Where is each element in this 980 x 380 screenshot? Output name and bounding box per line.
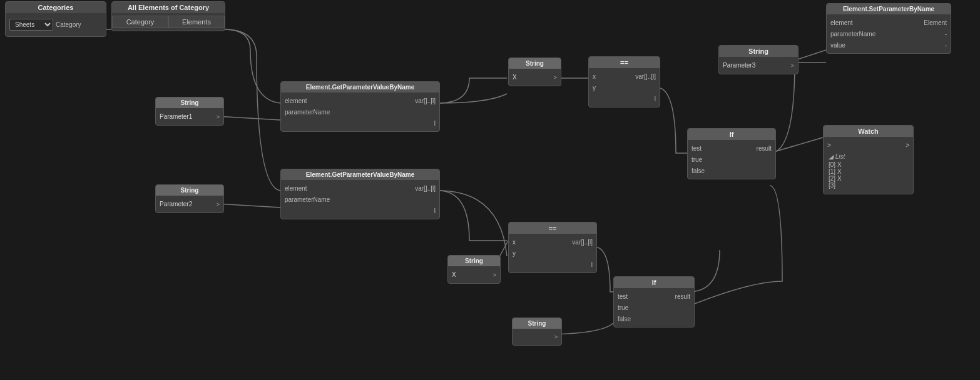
if1-result: result (757, 145, 772, 152)
if2-header: If (614, 277, 694, 288)
getparam2-paramname-label: parameterName (285, 196, 330, 203)
equals2-header: == (509, 222, 596, 234)
watch-item-0: [0] X (829, 161, 908, 168)
equals1-y: y (593, 84, 596, 91)
equals2-y: y (513, 250, 516, 257)
categories-node: Categories Sheets Category (5, 1, 106, 37)
equals1-node: == x var[]..[l] y l (588, 56, 660, 108)
string1-connector: > (217, 114, 220, 120)
watch-item-3: [3] (829, 182, 908, 189)
categories-header: Categories (6, 2, 106, 13)
string4-value: X (513, 74, 517, 81)
setparam-paramname: parameterName (830, 31, 875, 38)
setparam-header: Element.SetParameterByName (827, 4, 951, 14)
getparam1-out-label: var[]..[l] (415, 98, 436, 104)
getparam1-header: Element.GetParameterValueByName (281, 82, 439, 92)
equals1-x: x (593, 73, 596, 80)
if2-true: true (618, 304, 628, 311)
getparam2-element-label: element (285, 185, 307, 192)
getparam2-lacing: l (434, 208, 436, 214)
setparam-dash1: - (945, 31, 947, 38)
elements-col: Elements (168, 16, 225, 28)
if1-header: If (688, 129, 775, 140)
string3-connector: > (791, 62, 794, 69)
if1-true: true (692, 156, 702, 163)
setparam-element: element (830, 19, 853, 26)
equals2-x: x (513, 239, 516, 246)
setparam-node: Element.SetParameterByName element Eleme… (826, 3, 951, 54)
string3-node: String Parameter3 > (718, 45, 799, 74)
watch-header: Watch (824, 126, 913, 137)
if1-node: If test result true false (687, 128, 776, 179)
getparam2-header: Element.GetParameterValueByName (281, 169, 439, 180)
equals2-lacing: l (591, 261, 593, 268)
string3-header: String (719, 46, 798, 57)
watch-node: Watch > > ◢ List [0] X [1] X [2] X [3] (823, 125, 914, 194)
category-label: Category (56, 21, 81, 28)
equals1-header: == (589, 57, 660, 68)
watch-item-1: [1] X (829, 168, 908, 175)
string6-node: String > (512, 318, 562, 346)
string5-header: String (448, 256, 500, 266)
equals1-lacing: l (655, 96, 656, 102)
equals2-out: var[]..[l] (572, 239, 593, 246)
if2-result: result (675, 293, 690, 300)
string6-header: String (513, 318, 561, 329)
string3-value: Parameter3 (723, 62, 755, 69)
getparam2-node: Element.GetParameterValueByName element … (280, 169, 440, 219)
equals2-node: == x var[]..[l] y l (508, 222, 597, 273)
string1-value: Parameter1 (160, 113, 192, 120)
string4-header: String (509, 58, 561, 69)
string4-node: String X > (508, 58, 561, 86)
string1-node: String Parameter1 > (155, 97, 224, 126)
string5-node: String X > (447, 255, 501, 284)
watch-list: ◢ List [0] X [1] X [2] X [3] (824, 151, 913, 191)
string1-header: String (156, 98, 223, 108)
watch-connector-right: > (906, 142, 909, 149)
category-col: Category (112, 16, 168, 28)
if1-false: false (692, 168, 705, 174)
string5-connector: > (493, 272, 496, 278)
watch-item-2: [2] X (829, 175, 908, 182)
setparam-value: value (830, 42, 845, 49)
sheets-dropdown[interactable]: Sheets (9, 19, 53, 31)
equals1-out: var[]..[l] (635, 73, 656, 80)
getparam1-lacing: l (434, 120, 436, 127)
string2-value: Parameter2 (160, 201, 192, 208)
string2-connector: > (217, 201, 220, 208)
if2-false: false (618, 316, 631, 322)
watch-list-header: ◢ List (829, 153, 908, 160)
getparam1-paramname-label: parameterName (285, 109, 330, 116)
all-elements-node: All Elements of Category Category Elemen… (111, 1, 225, 31)
getparam1-element-label: element (285, 98, 307, 104)
getparam2-out-label: var[]..[l] (415, 185, 436, 192)
string2-node: String Parameter2 > (155, 184, 224, 213)
all-elements-header: All Elements of Category (112, 2, 225, 13)
if2-node: If test result true false (613, 276, 695, 328)
if1-test: test (692, 145, 702, 152)
string4-connector: > (554, 74, 557, 81)
setparam-element-out: Element (924, 19, 947, 26)
if2-test: test (618, 293, 628, 300)
watch-connector-left: > (827, 142, 831, 149)
getparam1-node: Element.GetParameterValueByName element … (280, 81, 440, 132)
string5-value: X (452, 271, 456, 278)
setparam-dash2: - (945, 42, 947, 49)
string2-header: String (156, 185, 223, 196)
string6-connector: > (554, 334, 558, 340)
